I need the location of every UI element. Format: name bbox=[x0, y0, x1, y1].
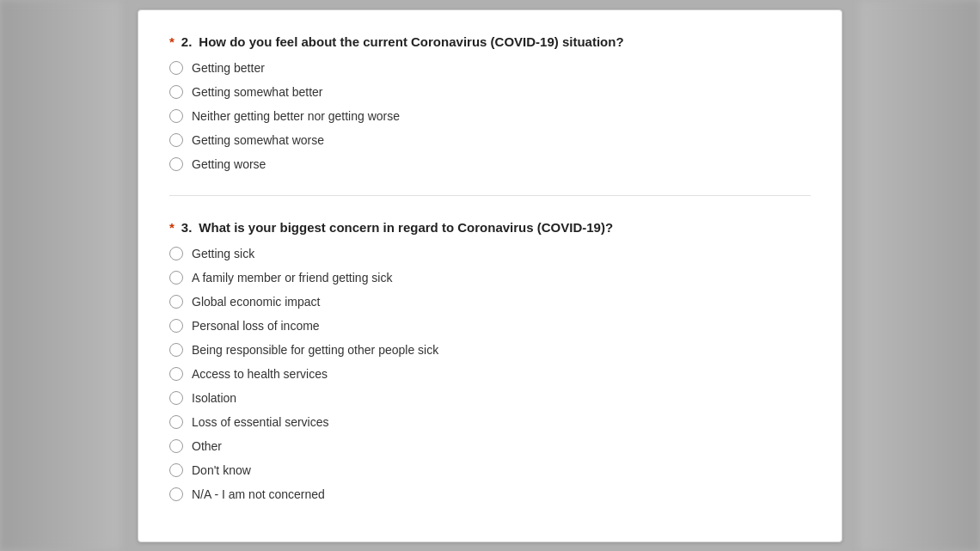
q3-option-label-7: Loss of essential services bbox=[192, 415, 329, 429]
q2-option-row-4[interactable]: Getting worse bbox=[169, 157, 811, 171]
question-2-number: 2. bbox=[181, 34, 193, 49]
q2-radio-1[interactable] bbox=[169, 85, 183, 99]
q3-option-row-0[interactable]: Getting sick bbox=[169, 247, 811, 260]
q3-radio-2[interactable] bbox=[169, 295, 183, 309]
q3-radio-5[interactable] bbox=[169, 367, 183, 381]
q3-option-row-4[interactable]: Being responsible for getting other peop… bbox=[169, 343, 811, 357]
question-2-text: How do you feel about the current Corona… bbox=[199, 34, 623, 49]
left-blur-sidebar bbox=[0, 0, 120, 551]
question-3-title: * 3. What is your biggest concern in reg… bbox=[169, 220, 811, 235]
q3-radio-6[interactable] bbox=[169, 391, 183, 405]
q3-option-label-5: Access to health services bbox=[192, 367, 328, 381]
q2-option-label-3: Getting somewhat worse bbox=[192, 133, 324, 147]
q3-option-row-2[interactable]: Global economic impact bbox=[169, 295, 811, 309]
required-star-q3: * bbox=[169, 220, 175, 235]
q3-radio-7[interactable] bbox=[169, 415, 183, 429]
q3-option-row-3[interactable]: Personal loss of income bbox=[169, 319, 811, 333]
q3-radio-0[interactable] bbox=[169, 247, 183, 260]
q3-radio-8[interactable] bbox=[169, 439, 183, 453]
question-3-number: 3. bbox=[181, 220, 193, 235]
q2-option-label-0: Getting better bbox=[192, 61, 265, 75]
q3-option-row-5[interactable]: Access to health services bbox=[169, 367, 811, 381]
q3-radio-9[interactable] bbox=[169, 463, 183, 477]
question-2-title: * 2. How do you feel about the current C… bbox=[169, 34, 811, 49]
survey-card: * 2. How do you feel about the current C… bbox=[138, 9, 842, 542]
q3-option-row-1[interactable]: A family member or friend getting sick bbox=[169, 271, 811, 285]
q2-radio-4[interactable] bbox=[169, 157, 183, 171]
required-star-q2: * bbox=[169, 34, 175, 49]
question-3-block: * 3. What is your biggest concern in reg… bbox=[169, 220, 811, 501]
question-2-block: * 2. How do you feel about the current C… bbox=[169, 34, 811, 171]
q2-option-label-2: Neither getting better nor getting worse bbox=[192, 109, 400, 123]
q3-option-row-9[interactable]: Don't know bbox=[169, 463, 811, 477]
q2-radio-0[interactable] bbox=[169, 61, 183, 75]
q3-option-label-3: Personal loss of income bbox=[192, 319, 320, 333]
q2-option-label-4: Getting worse bbox=[192, 157, 266, 171]
q3-radio-1[interactable] bbox=[169, 271, 183, 285]
q3-option-label-6: Isolation bbox=[192, 391, 236, 405]
q3-option-label-2: Global economic impact bbox=[192, 295, 320, 309]
q3-option-label-8: Other bbox=[192, 439, 222, 453]
right-blur-sidebar bbox=[860, 0, 980, 551]
q3-radio-10[interactable] bbox=[169, 487, 183, 501]
q3-option-row-8[interactable]: Other bbox=[169, 439, 811, 453]
q2-option-row-2[interactable]: Neither getting better nor getting worse bbox=[169, 109, 811, 123]
q3-radio-3[interactable] bbox=[169, 319, 183, 333]
q2-option-row-3[interactable]: Getting somewhat worse bbox=[169, 133, 811, 147]
q3-option-row-7[interactable]: Loss of essential services bbox=[169, 415, 811, 429]
q3-option-label-1: A family member or friend getting sick bbox=[192, 271, 392, 285]
q3-radio-4[interactable] bbox=[169, 343, 183, 357]
q3-option-label-9: Don't know bbox=[192, 463, 251, 477]
q3-option-label-10: N/A - I am not concerned bbox=[192, 487, 325, 501]
q2-radio-2[interactable] bbox=[169, 109, 183, 123]
question-3-text: What is your biggest concern in regard t… bbox=[199, 220, 613, 235]
q2-option-label-1: Getting somewhat better bbox=[192, 85, 323, 99]
q2-option-row-1[interactable]: Getting somewhat better bbox=[169, 85, 811, 99]
section-divider bbox=[169, 195, 811, 196]
q3-option-label-0: Getting sick bbox=[192, 247, 254, 260]
q2-option-row-0[interactable]: Getting better bbox=[169, 61, 811, 75]
q3-option-row-10[interactable]: N/A - I am not concerned bbox=[169, 487, 811, 501]
q3-option-row-6[interactable]: Isolation bbox=[169, 391, 811, 405]
q2-radio-3[interactable] bbox=[169, 133, 183, 147]
q3-option-label-4: Being responsible for getting other peop… bbox=[192, 343, 438, 357]
